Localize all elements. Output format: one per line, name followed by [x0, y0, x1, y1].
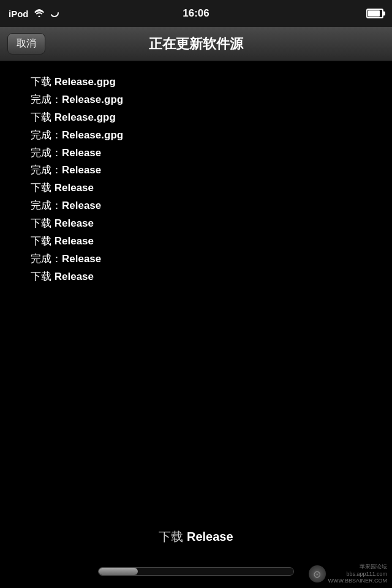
log-list: 下载 Release.gpg完成：Release.gpg下载 Release.g…: [31, 74, 361, 286]
log-value: Release: [62, 164, 101, 176]
svg-point-0: [51, 9, 58, 17]
watermark-text: 苹果园论坛 bbs.app111.com WWW.BBSAINER.COM: [328, 564, 388, 585]
log-label: 完成：: [31, 129, 62, 141]
battery-icon: [366, 9, 383, 18]
log-value: Release: [62, 147, 101, 159]
nav-title: 正在更新软件源: [149, 35, 243, 53]
log-item: 下载 Release: [31, 233, 361, 251]
wifi-icon: [34, 9, 45, 19]
status-right: [366, 9, 383, 18]
log-label: 下载: [31, 271, 55, 282]
log-item: 下载 Release: [31, 268, 361, 286]
progress-bar-container: [98, 567, 294, 576]
nav-bar: 取消 正在更新软件源: [0, 27, 392, 61]
device-label: iPod: [9, 9, 29, 19]
log-value: Release.gpg: [62, 94, 123, 105]
log-value: Release: [55, 217, 94, 229]
log-value: Release.gpg: [55, 111, 116, 123]
watermark: ⊙ 苹果园论坛 bbs.app111.com WWW.BBSAINER.COM: [309, 564, 388, 585]
log-item: 完成：Release.gpg: [31, 91, 361, 109]
log-label: 下载: [31, 111, 55, 123]
watermark-icon: ⊙: [309, 565, 326, 582]
log-value: Release: [55, 182, 94, 194]
log-item: 完成：Release.gpg: [31, 127, 361, 145]
log-label: 下载: [31, 182, 55, 194]
log-value: Release: [55, 235, 94, 247]
log-label: 完成：: [31, 147, 62, 159]
log-label: 完成：: [31, 164, 62, 176]
log-label: 下载: [31, 235, 55, 247]
bottom-status-text: 下载 Release: [0, 529, 392, 545]
log-label: 下载: [31, 217, 55, 229]
log-value: Release.gpg: [62, 129, 123, 141]
log-item: 完成：Release: [31, 197, 361, 215]
bottom-status-label: 下载: [159, 530, 187, 543]
status-time: 16:06: [183, 7, 209, 20]
progress-bar-fill: [99, 568, 138, 575]
log-item: 完成：Release: [31, 145, 361, 162]
log-item: 下载 Release: [31, 215, 361, 233]
log-value: Release: [62, 253, 101, 265]
log-item: 完成：Release: [31, 162, 361, 179]
log-value: Release: [62, 200, 101, 211]
bottom-status-value: Release: [187, 530, 233, 543]
cancel-button[interactable]: 取消: [7, 33, 45, 55]
log-label: 下载: [31, 76, 55, 88]
log-label: 完成：: [31, 94, 62, 105]
log-label: 完成：: [31, 200, 62, 211]
log-item: 下载 Release.gpg: [31, 109, 361, 127]
bottom-status: 下载 Release: [0, 529, 392, 551]
log-label: 完成：: [31, 253, 62, 265]
log-value: Release: [55, 271, 94, 282]
log-value: Release.gpg: [55, 76, 116, 88]
status-left: iPod: [9, 8, 59, 20]
battery-fill: [368, 10, 380, 17]
log-item: 完成：Release: [31, 251, 361, 268]
log-item: 下载 Release.gpg: [31, 74, 361, 91]
content-area: 下载 Release.gpg完成：Release.gpg下载 Release.g…: [0, 61, 392, 588]
status-bar: iPod 16:06: [0, 0, 392, 27]
loading-icon: [50, 8, 59, 20]
log-item: 下载 Release: [31, 179, 361, 197]
